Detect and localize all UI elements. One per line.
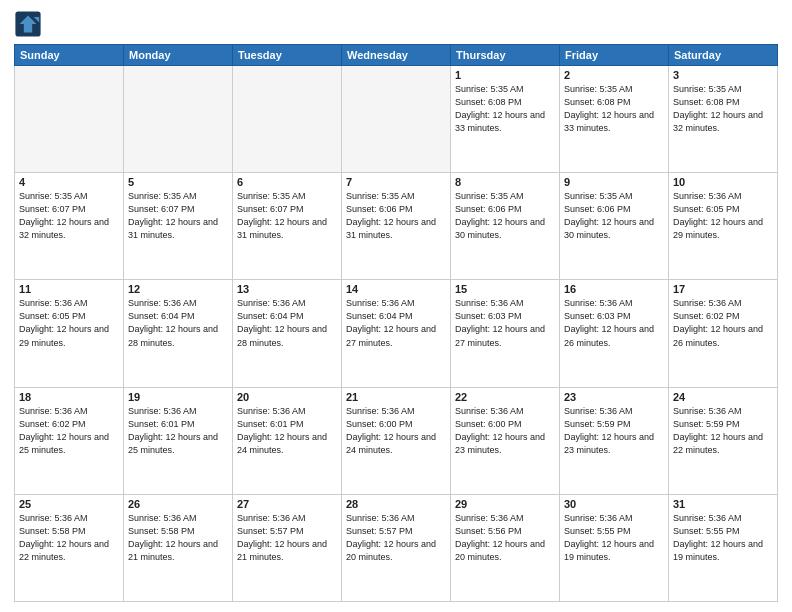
day-cell: 29Sunrise: 5:36 AMSunset: 5:56 PMDayligh…: [451, 494, 560, 601]
day-number: 19: [128, 391, 228, 403]
weekday-header-thursday: Thursday: [451, 45, 560, 66]
week-row-2: 11Sunrise: 5:36 AMSunset: 6:05 PMDayligh…: [15, 280, 778, 387]
day-number: 8: [455, 176, 555, 188]
day-info: Sunrise: 5:36 AMSunset: 6:03 PMDaylight:…: [564, 297, 664, 349]
day-number: 18: [19, 391, 119, 403]
weekday-header-friday: Friday: [560, 45, 669, 66]
day-cell: 23Sunrise: 5:36 AMSunset: 5:59 PMDayligh…: [560, 387, 669, 494]
logo: [14, 10, 46, 38]
day-number: 31: [673, 498, 773, 510]
day-info: Sunrise: 5:36 AMSunset: 5:55 PMDaylight:…: [564, 512, 664, 564]
day-info: Sunrise: 5:36 AMSunset: 6:00 PMDaylight:…: [455, 405, 555, 457]
day-info: Sunrise: 5:36 AMSunset: 6:01 PMDaylight:…: [237, 405, 337, 457]
day-number: 27: [237, 498, 337, 510]
day-number: 1: [455, 69, 555, 81]
day-cell: 8Sunrise: 5:35 AMSunset: 6:06 PMDaylight…: [451, 173, 560, 280]
day-number: 12: [128, 283, 228, 295]
day-number: 11: [19, 283, 119, 295]
day-info: Sunrise: 5:36 AMSunset: 6:01 PMDaylight:…: [128, 405, 228, 457]
day-cell: 9Sunrise: 5:35 AMSunset: 6:06 PMDaylight…: [560, 173, 669, 280]
day-cell: 20Sunrise: 5:36 AMSunset: 6:01 PMDayligh…: [233, 387, 342, 494]
day-info: Sunrise: 5:36 AMSunset: 6:04 PMDaylight:…: [237, 297, 337, 349]
logo-icon: [14, 10, 42, 38]
day-cell: 27Sunrise: 5:36 AMSunset: 5:57 PMDayligh…: [233, 494, 342, 601]
day-cell: 11Sunrise: 5:36 AMSunset: 6:05 PMDayligh…: [15, 280, 124, 387]
day-number: 6: [237, 176, 337, 188]
day-number: 22: [455, 391, 555, 403]
day-number: 14: [346, 283, 446, 295]
day-number: 3: [673, 69, 773, 81]
week-row-1: 4Sunrise: 5:35 AMSunset: 6:07 PMDaylight…: [15, 173, 778, 280]
day-cell: 26Sunrise: 5:36 AMSunset: 5:58 PMDayligh…: [124, 494, 233, 601]
week-row-3: 18Sunrise: 5:36 AMSunset: 6:02 PMDayligh…: [15, 387, 778, 494]
weekday-header-sunday: Sunday: [15, 45, 124, 66]
day-info: Sunrise: 5:35 AMSunset: 6:06 PMDaylight:…: [346, 190, 446, 242]
weekday-header-saturday: Saturday: [669, 45, 778, 66]
day-cell: 21Sunrise: 5:36 AMSunset: 6:00 PMDayligh…: [342, 387, 451, 494]
day-info: Sunrise: 5:36 AMSunset: 6:04 PMDaylight:…: [128, 297, 228, 349]
day-info: Sunrise: 5:36 AMSunset: 6:05 PMDaylight:…: [673, 190, 773, 242]
day-info: Sunrise: 5:35 AMSunset: 6:06 PMDaylight:…: [564, 190, 664, 242]
day-info: Sunrise: 5:36 AMSunset: 5:59 PMDaylight:…: [673, 405, 773, 457]
day-cell: 17Sunrise: 5:36 AMSunset: 6:02 PMDayligh…: [669, 280, 778, 387]
day-number: 4: [19, 176, 119, 188]
day-cell: 19Sunrise: 5:36 AMSunset: 6:01 PMDayligh…: [124, 387, 233, 494]
day-number: 10: [673, 176, 773, 188]
day-number: 5: [128, 176, 228, 188]
day-number: 2: [564, 69, 664, 81]
day-info: Sunrise: 5:35 AMSunset: 6:08 PMDaylight:…: [564, 83, 664, 135]
day-cell: 12Sunrise: 5:36 AMSunset: 6:04 PMDayligh…: [124, 280, 233, 387]
header: [14, 10, 778, 38]
calendar-body: 1Sunrise: 5:35 AMSunset: 6:08 PMDaylight…: [15, 66, 778, 602]
weekday-header-tuesday: Tuesday: [233, 45, 342, 66]
day-info: Sunrise: 5:36 AMSunset: 6:04 PMDaylight:…: [346, 297, 446, 349]
day-number: 20: [237, 391, 337, 403]
page: SundayMondayTuesdayWednesdayThursdayFrid…: [0, 0, 792, 612]
day-info: Sunrise: 5:36 AMSunset: 6:02 PMDaylight:…: [19, 405, 119, 457]
day-info: Sunrise: 5:36 AMSunset: 5:55 PMDaylight:…: [673, 512, 773, 564]
day-info: Sunrise: 5:36 AMSunset: 5:57 PMDaylight:…: [346, 512, 446, 564]
day-cell: 1Sunrise: 5:35 AMSunset: 6:08 PMDaylight…: [451, 66, 560, 173]
weekday-header-monday: Monday: [124, 45, 233, 66]
week-row-4: 25Sunrise: 5:36 AMSunset: 5:58 PMDayligh…: [15, 494, 778, 601]
day-cell: 31Sunrise: 5:36 AMSunset: 5:55 PMDayligh…: [669, 494, 778, 601]
day-cell: 16Sunrise: 5:36 AMSunset: 6:03 PMDayligh…: [560, 280, 669, 387]
day-number: 21: [346, 391, 446, 403]
day-cell: 10Sunrise: 5:36 AMSunset: 6:05 PMDayligh…: [669, 173, 778, 280]
week-row-0: 1Sunrise: 5:35 AMSunset: 6:08 PMDaylight…: [15, 66, 778, 173]
day-info: Sunrise: 5:36 AMSunset: 5:56 PMDaylight:…: [455, 512, 555, 564]
day-cell: 28Sunrise: 5:36 AMSunset: 5:57 PMDayligh…: [342, 494, 451, 601]
day-number: 17: [673, 283, 773, 295]
day-cell: 7Sunrise: 5:35 AMSunset: 6:06 PMDaylight…: [342, 173, 451, 280]
day-cell: 14Sunrise: 5:36 AMSunset: 6:04 PMDayligh…: [342, 280, 451, 387]
day-number: 13: [237, 283, 337, 295]
day-number: 15: [455, 283, 555, 295]
day-cell: 18Sunrise: 5:36 AMSunset: 6:02 PMDayligh…: [15, 387, 124, 494]
day-cell: 13Sunrise: 5:36 AMSunset: 6:04 PMDayligh…: [233, 280, 342, 387]
day-cell: 5Sunrise: 5:35 AMSunset: 6:07 PMDaylight…: [124, 173, 233, 280]
day-cell: [233, 66, 342, 173]
day-info: Sunrise: 5:36 AMSunset: 5:59 PMDaylight:…: [564, 405, 664, 457]
day-cell: 3Sunrise: 5:35 AMSunset: 6:08 PMDaylight…: [669, 66, 778, 173]
day-number: 29: [455, 498, 555, 510]
day-number: 16: [564, 283, 664, 295]
day-cell: 30Sunrise: 5:36 AMSunset: 5:55 PMDayligh…: [560, 494, 669, 601]
day-info: Sunrise: 5:35 AMSunset: 6:08 PMDaylight:…: [673, 83, 773, 135]
day-cell: 15Sunrise: 5:36 AMSunset: 6:03 PMDayligh…: [451, 280, 560, 387]
day-number: 9: [564, 176, 664, 188]
day-info: Sunrise: 5:35 AMSunset: 6:07 PMDaylight:…: [237, 190, 337, 242]
calendar-table: SundayMondayTuesdayWednesdayThursdayFrid…: [14, 44, 778, 602]
day-cell: [15, 66, 124, 173]
day-cell: 4Sunrise: 5:35 AMSunset: 6:07 PMDaylight…: [15, 173, 124, 280]
day-cell: [342, 66, 451, 173]
day-info: Sunrise: 5:36 AMSunset: 6:03 PMDaylight:…: [455, 297, 555, 349]
day-number: 30: [564, 498, 664, 510]
day-info: Sunrise: 5:36 AMSunset: 6:05 PMDaylight:…: [19, 297, 119, 349]
day-info: Sunrise: 5:36 AMSunset: 6:02 PMDaylight:…: [673, 297, 773, 349]
day-info: Sunrise: 5:35 AMSunset: 6:07 PMDaylight:…: [128, 190, 228, 242]
day-cell: 2Sunrise: 5:35 AMSunset: 6:08 PMDaylight…: [560, 66, 669, 173]
day-number: 24: [673, 391, 773, 403]
day-cell: 24Sunrise: 5:36 AMSunset: 5:59 PMDayligh…: [669, 387, 778, 494]
day-cell: 25Sunrise: 5:36 AMSunset: 5:58 PMDayligh…: [15, 494, 124, 601]
day-number: 25: [19, 498, 119, 510]
